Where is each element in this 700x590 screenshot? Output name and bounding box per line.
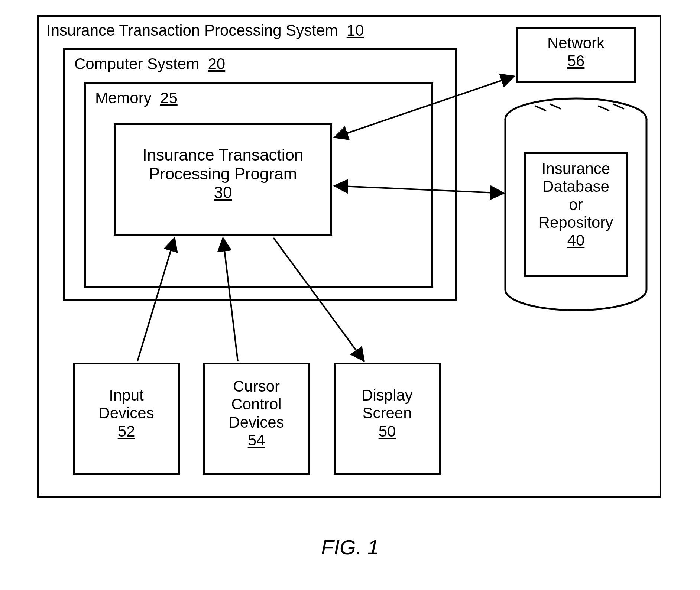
program-ref: 30	[214, 183, 232, 201]
computer-system-title: Computer System 20	[74, 55, 225, 73]
input-devices-title-line1: Input	[109, 386, 143, 404]
computer-system-title-text: Computer System	[74, 55, 199, 72]
memory-title: Memory 25	[95, 89, 178, 107]
figure-caption: FIG. 1	[0, 535, 700, 559]
cursor-control-ref: 54	[248, 431, 265, 449]
database-title-line4: Repository	[539, 214, 613, 231]
input-devices-label: Input Devices 52	[73, 386, 180, 440]
program-title-line1: Insurance Transaction	[143, 146, 304, 164]
program-title-line2: Processing Program	[149, 165, 297, 183]
database-label: Insurance Database or Repository 40	[524, 160, 628, 249]
diagram-canvas: Insurance Transaction Processing System …	[0, 0, 700, 590]
display-title-line2: Screen	[362, 404, 412, 422]
network-ref: 56	[567, 52, 585, 69]
program-label: Insurance Transaction Processing Program…	[114, 146, 332, 202]
cursor-control-title-line3: Devices	[229, 414, 284, 431]
system-title: Insurance Transaction Processing System …	[46, 22, 364, 39]
system-ref: 10	[347, 22, 364, 39]
memory-title-text: Memory	[95, 89, 152, 107]
input-devices-title-line2: Devices	[98, 404, 154, 422]
database-title-line1: Insurance	[542, 160, 610, 177]
display-screen-label: Display Screen 50	[334, 386, 441, 440]
database-title-line3: or	[569, 196, 583, 213]
display-title-line1: Display	[362, 386, 413, 404]
database-ref: 40	[567, 231, 585, 249]
network-title: Network	[547, 34, 605, 52]
cursor-control-title-line1: Cursor	[233, 377, 280, 395]
display-ref: 50	[379, 422, 396, 440]
memory-ref: 25	[160, 89, 178, 107]
input-devices-ref: 52	[118, 422, 135, 440]
cursor-control-label: Cursor Control Devices 54	[203, 377, 310, 449]
cursor-control-title-line2: Control	[231, 395, 281, 413]
network-label: Network 56	[516, 34, 636, 70]
database-title-line2: Database	[542, 178, 609, 195]
computer-system-ref: 20	[208, 55, 225, 72]
system-title-text: Insurance Transaction Processing System	[46, 22, 338, 39]
